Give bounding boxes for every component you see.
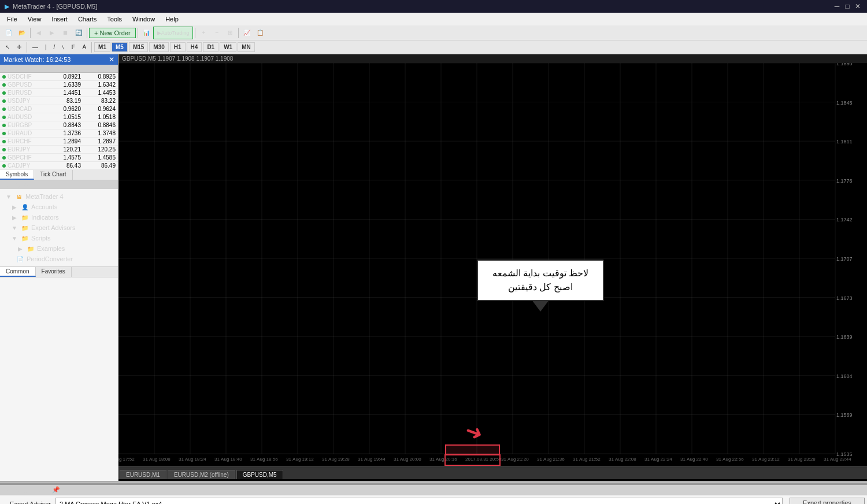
market-watch-row[interactable]: USDCAD 0.9620 0.9624 (0, 105, 118, 113)
symbol-name: AUDUSD (8, 114, 32, 120)
nav-scripts[interactable]: ▼ 📁 Scripts (0, 233, 118, 243)
symbol-dot (2, 83, 6, 87)
market-watch-row[interactable]: EURJPY 120.21 120.25 (0, 146, 118, 154)
tf-h4[interactable]: H4 (187, 42, 202, 52)
menu-tools[interactable]: Tools (102, 14, 127, 24)
toolbar: 📄 📂 ◀ ▶ ⏹ 🔄 + New Order 📊 ▶ AutoTrading … (0, 25, 867, 40)
expand-icon: ▼ (5, 192, 13, 201)
nav-period-converter-label: PeriodConverter (27, 255, 73, 262)
ask-value: 83.22 (81, 98, 116, 104)
market-watch-row[interactable]: EURAUD 1.3736 1.3748 (0, 129, 118, 138)
fib-btn[interactable]: 𝔽 (68, 43, 78, 51)
nav-item-label: MetaTrader 4 (25, 193, 64, 200)
nav-footer: Common Favorites (0, 266, 118, 277)
open-btn[interactable]: 📂 (16, 27, 28, 39)
menu-window[interactable]: Window (128, 14, 160, 24)
folder-icon: 📁 (21, 234, 29, 242)
navigator-close[interactable]: ✕ (110, 181, 114, 188)
tab-favorites[interactable]: Favorites (36, 267, 72, 277)
ask-value: 86.49 (81, 162, 116, 169)
auto-trading-btn[interactable]: ▶ AutoTrading (153, 27, 194, 39)
strategy-tester: Strategy Tester 📌 Expert Advisor 2 MA Cr… (0, 484, 867, 504)
market-watch-close[interactable]: ✕ (109, 55, 114, 64)
nav-examples-label: Examples (37, 245, 65, 252)
tf-w1[interactable]: W1 (220, 42, 236, 52)
chart-canvas[interactable]: لاحظ توقيت بداية الشمعه اصبح كل دقيقتين … (118, 63, 867, 466)
tab-common[interactable]: Common (0, 267, 36, 277)
item-icon: 📄 (16, 255, 24, 263)
stop-btn[interactable]: ⏹ (59, 27, 72, 39)
new-order-btn[interactable]: + New Order (89, 28, 136, 38)
market-watch-row[interactable]: EURUSD 1.4451 1.4453 (0, 89, 118, 97)
crosshair-btn[interactable]: ✛ (14, 43, 24, 51)
market-watch-row[interactable]: EURCHF 1.2894 1.2897 (0, 138, 118, 146)
menu-view[interactable]: View (23, 14, 46, 24)
menu-charts[interactable]: Charts (73, 14, 101, 24)
tf-m5[interactable]: M5 (112, 42, 128, 52)
market-watch-row[interactable]: AUDUSD 1.0515 1.0518 (0, 113, 118, 121)
chart-bar-btn[interactable]: 📊 (140, 27, 153, 39)
tline-btn[interactable]: / (51, 43, 58, 51)
market-watch-row[interactable]: GBPCHF 1.4575 1.4585 (0, 154, 118, 162)
tb-sep-2 (87, 28, 87, 38)
symbol-dot (2, 140, 6, 143)
bid-value: 0.8921 (46, 73, 81, 80)
tf-m30[interactable]: M30 (149, 42, 168, 52)
hline-btn[interactable]: — (29, 43, 41, 51)
menu-help[interactable]: Help (161, 14, 183, 24)
close-btn[interactable]: ✕ (853, 2, 862, 11)
chart-header: GBPUSD,M5 1.1907 1.1908 1.1907 1.1908 (118, 54, 867, 63)
tf-mn[interactable]: MN (238, 42, 255, 52)
menu-file[interactable]: File (2, 14, 22, 24)
menu-bar: File View Insert Charts Tools Window Hel… (0, 13, 867, 25)
nav-metatrader4[interactable]: ▼ 🖥 MetaTrader 4 (0, 191, 118, 202)
back-btn[interactable]: ◀ (32, 27, 45, 39)
tf-m15[interactable]: M15 (129, 42, 148, 52)
market-watch-row[interactable]: USDJPY 83.19 83.22 (0, 97, 118, 105)
zoom-out-btn[interactable]: − (210, 27, 223, 39)
nav-examples[interactable]: ▶ 📁 Examples (0, 243, 118, 254)
annotation-line2: اصبح كل دقيقتين (487, 280, 594, 294)
chart-tab-gbpusd-m5[interactable]: GBPUSD,M5 (236, 470, 283, 479)
tab-tick-chart[interactable]: Tick Chart (34, 170, 72, 180)
menu-insert[interactable]: Insert (47, 14, 72, 24)
market-watch-row[interactable]: USDCHF 0.8921 0.8925 (0, 73, 118, 81)
refresh-btn[interactable]: 🔄 (72, 27, 85, 39)
market-watch-row[interactable]: GBPUSD 1.6339 1.6342 (0, 81, 118, 89)
zoom-in-btn[interactable]: + (197, 27, 210, 39)
nav-period-converter[interactable]: 📄 PeriodConverter (0, 254, 118, 264)
new-btn[interactable]: 📄 (2, 27, 15, 39)
expert-properties-btn[interactable]: Expert properties (790, 498, 865, 504)
ea-select[interactable]: 2 MA Crosses Mega filter EA V1.ex4 (55, 498, 783, 504)
template-btn[interactable]: 📋 (254, 27, 266, 39)
chart-grid-btn[interactable]: ⊞ (224, 27, 236, 39)
symbol-name: EURJPY (8, 146, 30, 153)
bid-value: 0.9620 (46, 106, 81, 112)
tf-d1[interactable]: D1 (203, 42, 218, 52)
tab-symbols[interactable]: Symbols (0, 170, 34, 180)
market-watch-row[interactable]: CADJPY 86.43 86.49 (0, 162, 118, 170)
channel-btn[interactable]: ⧵ (59, 43, 67, 52)
market-watch-row[interactable]: EURGBP 0.8843 0.8846 (0, 121, 118, 129)
chart-tab-eurusd-m2[interactable]: EURUSD,M2 (offline) (168, 470, 235, 479)
nav-accounts[interactable]: ▶ 👤 Accounts (0, 202, 118, 212)
maximize-btn[interactable]: □ (843, 2, 852, 11)
chart-tab-eurusd-m1[interactable]: EURUSD,M1 (120, 470, 166, 479)
vline-btn[interactable]: | (42, 43, 50, 51)
navigator: Navigator ✕ ▼ 🖥 MetaTrader 4 ▶ 👤 Account… (0, 180, 118, 481)
minimize-btn[interactable]: ─ (832, 2, 842, 11)
nav-indicators[interactable]: ▶ 📁 Indicators (0, 212, 118, 223)
accounts-icon: 👤 (21, 203, 29, 211)
folder-icon: 📁 (21, 224, 29, 232)
market-watch-rows: USDCHF 0.8921 0.8925 GBPUSD 1.6339 1.634… (0, 73, 118, 170)
indicator-btn[interactable]: 📈 (240, 27, 253, 39)
cursor-btn[interactable]: ↖ (2, 43, 13, 51)
text-btn[interactable]: A (79, 43, 89, 51)
new-order-icon: + (94, 29, 98, 36)
forward-btn[interactable]: ▶ (46, 27, 58, 39)
bid-value: 86.43 (46, 162, 81, 169)
expand-icon: ▶ (10, 203, 18, 211)
nav-expert-advisors[interactable]: ▼ 📁 Expert Advisors (0, 223, 118, 233)
tf-h1[interactable]: H1 (170, 42, 186, 52)
tf-m1[interactable]: M1 (94, 42, 110, 52)
